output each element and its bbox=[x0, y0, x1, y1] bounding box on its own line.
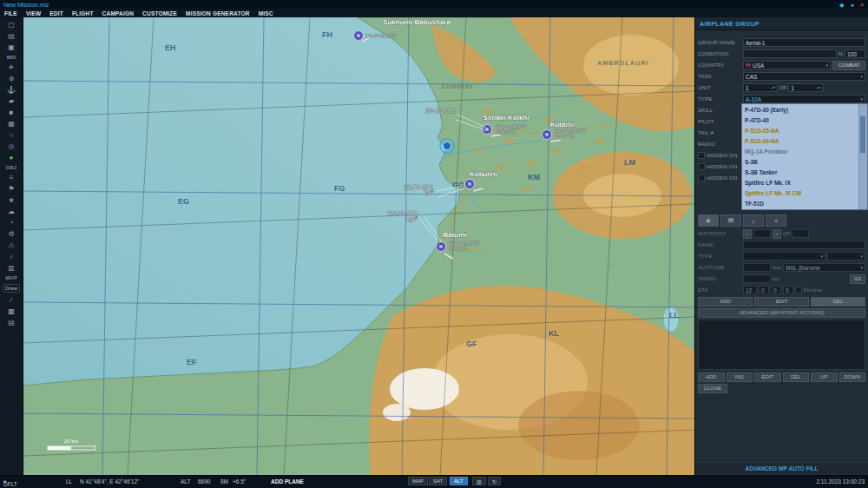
waypoint-prev-button[interactable]: ‹ bbox=[743, 229, 752, 239]
eta-hours-input[interactable]: 12 bbox=[743, 286, 757, 294]
close-icon[interactable]: × bbox=[860, 2, 864, 8]
options-icon[interactable]: ⚙ bbox=[3, 228, 21, 240]
fix-time-checkbox[interactable] bbox=[795, 287, 802, 293]
briefing-icon[interactable]: ▥ bbox=[3, 262, 21, 274]
route-tab-icon[interactable]: ◈ bbox=[698, 214, 719, 227]
open-mission-icon[interactable]: ▤ bbox=[3, 30, 21, 42]
new-mission-icon[interactable]: ▢ bbox=[3, 19, 21, 30]
wp-del-button[interactable]: DEL bbox=[811, 297, 865, 307]
hidden-on-checkbox-3[interactable] bbox=[698, 175, 705, 181]
list-down-button[interactable]: DOWN bbox=[839, 373, 866, 382]
list-up-button[interactable]: UP bbox=[811, 373, 838, 382]
radio-tab-icon[interactable]: ♪ bbox=[743, 214, 764, 227]
wp-type-select[interactable]: ▾ bbox=[743, 252, 825, 260]
waypoint-next-button[interactable]: › bbox=[773, 229, 781, 239]
advanced-waypoint-actions-button[interactable]: ADVANCED (WAYPOINT ACTIONS) bbox=[698, 308, 865, 318]
waypoint-number-input[interactable] bbox=[753, 229, 771, 238]
refresh-icon[interactable]: ↻ bbox=[488, 477, 501, 485]
eta-ms-input[interactable]: 0 bbox=[783, 286, 793, 294]
scrollbar-thumb[interactable] bbox=[860, 116, 865, 153]
dropdown-scrollbar[interactable] bbox=[858, 104, 867, 209]
sound-icon[interactable]: ♪ bbox=[3, 251, 21, 262]
template-icon[interactable]: ▦ bbox=[3, 118, 21, 129]
advanced-wp-auto-fill-button[interactable]: ADVANCED WP AUTO FILL bbox=[695, 462, 868, 474]
waypoint-list[interactable] bbox=[698, 320, 865, 370]
wp-edit-button[interactable]: EDIT bbox=[754, 297, 809, 307]
network-icon[interactable]: ◆ bbox=[839, 2, 844, 8]
gs-toggle-button[interactable]: GS bbox=[850, 274, 865, 284]
helicopter-icon[interactable]: ⊕ bbox=[3, 73, 21, 84]
hidden-on-checkbox-1[interactable] bbox=[698, 152, 705, 159]
dropdown-item-p47d40[interactable]: P-47D-40 bbox=[742, 115, 858, 125]
ruler-icon[interactable]: ∕ bbox=[3, 294, 21, 306]
sat-view-button[interactable]: SAT bbox=[429, 477, 447, 485]
failures-icon[interactable]: ⚠ bbox=[3, 240, 21, 251]
goals-icon[interactable]: ★ bbox=[3, 195, 21, 206]
map-layers-icon[interactable]: ▥ bbox=[472, 477, 486, 485]
map-view-button[interactable]: MAP bbox=[408, 477, 428, 485]
speed-input[interactable] bbox=[743, 274, 771, 283]
list-del-button[interactable]: DEL bbox=[783, 373, 810, 382]
eta-seconds-input[interactable]: 0 bbox=[771, 286, 781, 294]
menu-view[interactable]: VIEW bbox=[26, 10, 41, 16]
bullseye-icon[interactable]: ◎ bbox=[3, 141, 21, 152]
coord-format-select[interactable]: DFLT ▾ bbox=[3, 478, 6, 485]
group-name-input[interactable]: Aerial-1 bbox=[743, 38, 865, 47]
draw-tool-button[interactable]: Draw bbox=[3, 284, 20, 293]
unit-total-stepper[interactable]: 1 ▴▾ bbox=[788, 83, 823, 92]
dropdown-item-spitfire[interactable]: Spitfire LF Mk. IX bbox=[742, 178, 858, 188]
altitude-ref-select[interactable]: MSL (Barome▾ bbox=[783, 263, 865, 272]
condition-input[interactable] bbox=[743, 49, 837, 58]
summary-tab-icon[interactable]: ≡ bbox=[766, 214, 786, 227]
dropdown-item-mq1a[interactable]: MQ-1A Predator bbox=[742, 146, 858, 156]
alt-view-button[interactable]: ALT bbox=[450, 477, 468, 485]
save-mission-icon[interactable]: ▣ bbox=[3, 42, 21, 53]
waypoint-total-input[interactable] bbox=[792, 229, 809, 238]
menu-mission-generator[interactable]: MISSION GENERATOR bbox=[186, 10, 250, 16]
task-select[interactable]: CAS ▾ bbox=[743, 72, 865, 81]
user-icon[interactable]: ● bbox=[851, 2, 854, 8]
menu-campaign[interactable]: CAMPAIGN bbox=[102, 10, 135, 16]
weather-icon[interactable]: ☁ bbox=[3, 206, 21, 217]
menu-edit[interactable]: EDIT bbox=[49, 10, 63, 16]
ship-icon[interactable]: ⚓ bbox=[3, 84, 21, 96]
dropdown-item-spitfire-cw[interactable]: Spitfire LF Mk. IX CW bbox=[742, 188, 858, 199]
dropdown-item-p51d30[interactable]: P-51D-30-NA bbox=[742, 135, 858, 146]
wp-add-button[interactable]: ADD bbox=[698, 297, 753, 307]
country-select[interactable]: USA ▾ bbox=[743, 61, 831, 69]
eta-minutes-input[interactable]: 0 bbox=[759, 286, 769, 294]
aircraft-icon[interactable]: ✈ bbox=[3, 62, 21, 73]
vehicle-icon[interactable]: ▰ bbox=[3, 96, 21, 107]
time-icon[interactable]: ◔ bbox=[3, 217, 21, 228]
start-position-icon[interactable]: ● bbox=[3, 152, 21, 163]
aircraft-type-select[interactable]: A-10A ▾ bbox=[743, 95, 865, 103]
static-object-icon[interactable]: ■ bbox=[3, 107, 21, 118]
layers-icon[interactable]: ▤ bbox=[3, 317, 21, 328]
list-edit-button[interactable]: EDIT bbox=[754, 373, 781, 382]
menu-file[interactable]: FILE bbox=[4, 10, 17, 16]
wp-action-select[interactable]: ▾ bbox=[827, 252, 865, 260]
menu-flight[interactable]: FLIGHT bbox=[72, 10, 94, 16]
dropdown-item-p47d30[interactable]: P-47D-30 (Early) bbox=[742, 104, 858, 115]
map-canvas[interactable]: EH FH EG FG GG KM LM EF GF KL LL AMBROLA… bbox=[23, 17, 694, 476]
condition-value-input[interactable]: 100 bbox=[845, 49, 865, 58]
unit-list-icon[interactable]: ≡ bbox=[3, 172, 21, 183]
list-ins-button[interactable]: INS bbox=[727, 373, 753, 382]
trigger-zone-icon[interactable]: ○ bbox=[3, 129, 21, 141]
grid-icon[interactable]: ▩ bbox=[3, 306, 21, 317]
menu-customize[interactable]: CUSTOMIZE bbox=[142, 10, 177, 16]
menu-misc[interactable]: MISC bbox=[259, 10, 273, 16]
dropdown-item-tf51d[interactable]: TF-51D bbox=[742, 199, 858, 209]
list-add-button[interactable]: ADD bbox=[698, 373, 725, 382]
dropdown-item-s3b[interactable]: S-3B bbox=[742, 156, 858, 167]
altitude-input[interactable] bbox=[743, 263, 771, 272]
hidden-on-checkbox-2[interactable] bbox=[698, 163, 705, 170]
combat-button[interactable]: COMBAT bbox=[832, 61, 865, 70]
payload-tab-icon[interactable]: ▤ bbox=[720, 214, 741, 227]
dropdown-item-p51d25[interactable]: P-51D-25-NA bbox=[742, 125, 858, 135]
triggers-icon[interactable]: ⚑ bbox=[3, 183, 21, 195]
clone-button[interactable]: CLONE bbox=[698, 384, 727, 393]
dropdown-item-s3b-tanker[interactable]: S-3B Tanker bbox=[742, 168, 858, 178]
wp-name-input[interactable] bbox=[743, 241, 865, 249]
unit-count-stepper[interactable]: 1 ▴▾ bbox=[743, 83, 778, 92]
